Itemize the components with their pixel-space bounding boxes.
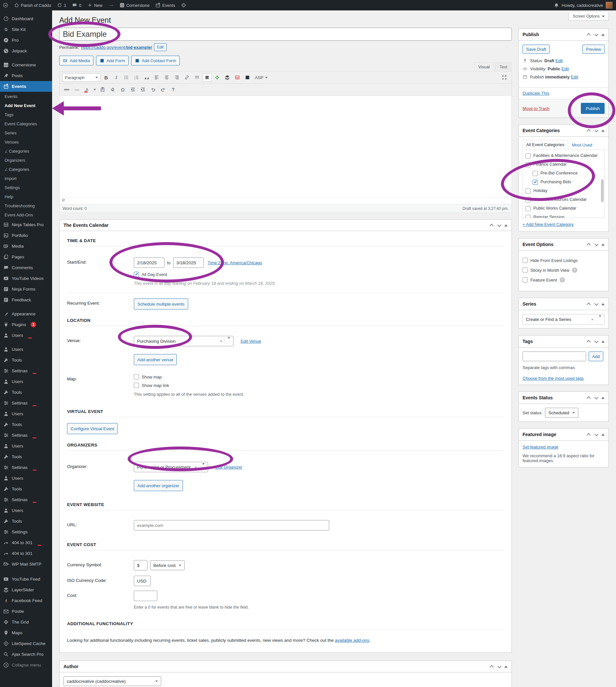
sidebar-item[interactable]: Settinas [0, 462, 52, 473]
text-color-icon[interactable] [82, 85, 91, 94]
tab-most-used[interactable]: Most Used [568, 141, 596, 150]
status-select[interactable]: Scheduled [545, 408, 578, 417]
read-more-icon[interactable] [193, 73, 201, 82]
category-item[interactable]: Public Works Calendar [526, 204, 602, 213]
ninja-forms-icon[interactable] [202, 73, 212, 82]
editor-content-area[interactable] [60, 96, 511, 197]
clear-organizer-icon[interactable] [192, 465, 199, 470]
sidebar-item[interactable]: LayerSlider [0, 585, 52, 595]
preview-button[interactable]: Preview [582, 45, 604, 54]
grid-shortcode-icon[interactable] [213, 73, 222, 82]
move-up-icon[interactable] [587, 433, 591, 437]
event-url-input[interactable] [134, 520, 329, 530]
admin-bar-item[interactable]: 1 [54, 0, 69, 10]
sidebar-item[interactable]: Cornerstone [0, 60, 52, 70]
help-icon[interactable] [572, 268, 577, 273]
edit-venue-link[interactable]: Edit Venue [241, 339, 261, 344]
bulleted-list-icon[interactable] [122, 73, 131, 82]
move-up-icon[interactable] [587, 396, 591, 400]
venue-select[interactable]: Purchasing Division [134, 336, 234, 346]
move-down-icon[interactable] [595, 242, 599, 246]
venue-dropdown-icon[interactable] [225, 339, 230, 344]
layerslider-icon[interactable] [223, 73, 232, 82]
paste-as-text-icon[interactable] [98, 85, 107, 94]
admin-bar-item[interactable] [178, 0, 189, 10]
sidebar-item[interactable]: Postie [0, 606, 52, 617]
sidebar-item[interactable]: Events [0, 92, 52, 101]
category-item[interactable]: Regular Session [526, 213, 602, 218]
admin-bar-item[interactable]: New [84, 0, 106, 10]
undo-icon[interactable] [149, 85, 158, 94]
toggle-panel-icon[interactable] [601, 242, 604, 246]
move-down-icon[interactable] [595, 339, 599, 343]
special-character-icon[interactable] [118, 85, 127, 94]
toggle-panel-icon[interactable] [601, 128, 604, 132]
sidebar-item[interactable]: Users [0, 473, 52, 484]
toggle-panel-icon[interactable] [601, 32, 604, 36]
keyboard-shortcuts-help-icon[interactable] [169, 85, 178, 94]
currency-position-select[interactable]: Before cost [150, 560, 184, 570]
move-down-icon[interactable] [595, 395, 599, 399]
tag-input[interactable] [523, 351, 586, 361]
move-down-icon[interactable] [595, 301, 599, 305]
all-day-checkbox[interactable] [134, 272, 139, 277]
strikethrough-icon[interactable] [62, 85, 71, 94]
sidebar-item[interactable]: Dashboard [0, 13, 52, 24]
sidebar-item[interactable]: Event Categories [0, 119, 52, 128]
howdy-text[interactable]: Howdy, caddocreative [562, 3, 603, 8]
organizer-dropdown-icon[interactable] [199, 465, 205, 470]
edit-schedule-link[interactable]: Edit [571, 74, 578, 79]
sidebar-item[interactable]: Portfolio [0, 230, 52, 241]
sidebar-item[interactable]: Event Add-Ons [0, 210, 52, 219]
sidebar-item[interactable]: Tags [0, 110, 52, 119]
move-up-icon[interactable] [587, 33, 591, 37]
add-media-button[interactable]: Add Media [59, 56, 93, 65]
category-item[interactable]: Pre-Bid Conference [526, 169, 602, 178]
sidebar-item[interactable]: Feedback [0, 295, 52, 305]
redo-icon[interactable] [158, 85, 168, 94]
numbered-list-icon[interactable] [132, 73, 141, 82]
set-featured-image-link[interactable]: Set featured image [523, 444, 558, 450]
category-item[interactable]: Holiday [526, 186, 602, 195]
move-down-icon[interactable] [595, 432, 599, 436]
sidebar-item[interactable]: Jetpack [0, 46, 52, 56]
move-up-icon[interactable] [490, 224, 494, 228]
move-up-icon[interactable] [587, 129, 591, 133]
sidebar-item[interactable]: Users [0, 408, 52, 419]
move-down-icon[interactable] [595, 128, 599, 132]
organizer-select[interactable]: Purchasing or Procurement [134, 462, 208, 472]
sidebar-item[interactable]: YouTube Videos [0, 273, 52, 284]
add-media-button[interactable]: Add Contact Form [131, 56, 180, 65]
category-checkbox[interactable] [526, 188, 531, 193]
duplicate-this-link[interactable]: Duplicate This [523, 91, 549, 96]
publish-button[interactable]: Publish [581, 103, 604, 114]
sidebar-item[interactable]: YouTube Feed [0, 574, 52, 585]
sidebar-item[interactable]: Events [0, 81, 52, 92]
category-item[interactable]: Purchasing Bids [526, 178, 602, 186]
tab-visual[interactable]: Visual [474, 63, 494, 71]
sidebar-item[interactable]: Tools [0, 387, 52, 398]
save-draft-button[interactable]: Save Draft [523, 45, 550, 54]
move-down-icon[interactable] [595, 32, 599, 36]
sidebar-item[interactable]: Plugins 1 [0, 319, 52, 330]
sidebar-item[interactable]: LiteSpeed Cache [0, 638, 52, 649]
paragraph-format-select[interactable]: Paragraph [62, 73, 101, 82]
edit-status-link[interactable]: Edit [555, 58, 563, 63]
move-up-icon[interactable] [587, 340, 591, 344]
edit-permalink-button[interactable]: Edit [154, 43, 167, 51]
sidebar-item[interactable] [0, 341, 52, 344]
toggle-panel-icon[interactable] [601, 339, 604, 343]
currency-symbol-input[interactable] [134, 560, 148, 571]
sidebar-item[interactable]: Import [0, 174, 52, 183]
category-checkbox[interactable] [533, 171, 538, 176]
fullscreen-icon[interactable] [500, 73, 509, 82]
admin-bar-item[interactable]: 0 [69, 0, 84, 10]
dark-form-icon[interactable] [243, 73, 252, 82]
add-media-button[interactable]: Add Form [96, 56, 129, 65]
notification-bell-icon[interactable] [554, 3, 559, 8]
add-tag-button[interactable]: Add [589, 351, 603, 361]
sidebar-item[interactable]: Settings [0, 183, 52, 192]
sidebar-item[interactable]: Appearance [0, 308, 52, 319]
sidebar-item[interactable]: Facebook Feed [0, 595, 52, 606]
sidebar-item[interactable]: Categories [0, 165, 52, 174]
